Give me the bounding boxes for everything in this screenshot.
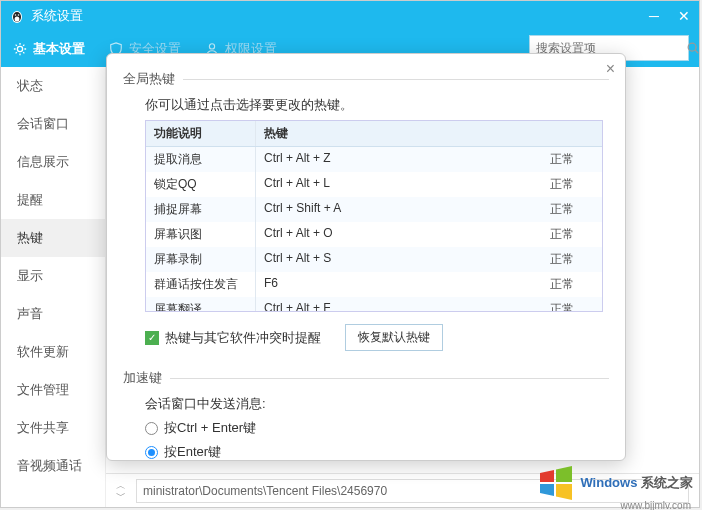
hotkey-table-header: 功能说明 热键 (146, 121, 602, 147)
hotkey-binding[interactable]: Ctrl + Alt + L (256, 172, 542, 197)
svg-line-8 (695, 50, 698, 53)
svg-point-7 (688, 43, 696, 51)
svg-point-6 (209, 44, 214, 49)
hotkey-fn: 锁定QQ (146, 172, 256, 197)
window-title: 系统设置 (31, 7, 639, 25)
sidebar-item-display[interactable]: 显示 (1, 257, 105, 295)
minimize-button[interactable]: ─ (639, 1, 669, 31)
hotkey-row[interactable]: 锁定QQCtrl + Alt + L正常 (146, 172, 602, 197)
section-global-hotkey: 全局热键 (123, 70, 609, 88)
hotkey-table: 功能说明 热键 提取消息Ctrl + Alt + Z正常锁定QQCtrl + A… (145, 120, 603, 312)
radio-enter[interactable]: 按Enter键 (145, 443, 609, 461)
hotkey-status: 正常 (542, 147, 602, 172)
qq-penguin-icon (9, 8, 25, 24)
hotkey-hint: 你可以通过点击选择要更改的热键。 (145, 96, 609, 114)
hotkey-row[interactable]: 捕捉屏幕Ctrl + Shift + A正常 (146, 197, 602, 222)
checkbox-label: 热键与其它软件冲突时提醒 (165, 329, 321, 347)
radio-ctrl-enter[interactable]: 按Ctrl + Enter键 (145, 419, 609, 437)
sidebar-item-hotkey[interactable]: 热键 (1, 219, 105, 257)
hotkey-fn: 屏幕录制 (146, 247, 256, 272)
tab-basic-settings[interactable]: 基本设置 (13, 40, 85, 58)
hotkey-binding[interactable]: Ctrl + Shift + A (256, 197, 542, 222)
sidebar-item-status[interactable]: 状态 (1, 67, 105, 105)
hotkey-fn: 屏幕翻译 (146, 297, 256, 311)
chevron-up-icon[interactable]: ︿ (116, 481, 126, 491)
sidebar-item-reminder[interactable]: 提醒 (1, 181, 105, 219)
radio-icon (145, 422, 158, 435)
dialog-close-button[interactable]: × (606, 60, 615, 78)
close-window-button[interactable]: ✕ (669, 1, 699, 31)
section-title-text: 全局热键 (123, 70, 175, 88)
check-icon: ✓ (145, 331, 159, 345)
hotkey-fn: 提取消息 (146, 147, 256, 172)
sidebar-item-fileshare[interactable]: 文件共享 (1, 409, 105, 447)
sidebar-item-infodisplay[interactable]: 信息展示 (1, 143, 105, 181)
col-header-function: 功能说明 (146, 121, 256, 146)
svg-point-2 (15, 16, 20, 21)
settings-sidebar: 状态 会话窗口 信息展示 提醒 热键 显示 声音 软件更新 文件管理 文件共享 … (1, 67, 106, 507)
sidebar-item-avcall[interactable]: 音视频通话 (1, 447, 105, 485)
radio-icon (145, 446, 158, 459)
hotkey-row[interactable]: 群通话按住发言F6正常 (146, 272, 602, 297)
divider (183, 79, 609, 80)
hotkey-status: 正常 (542, 272, 602, 297)
sidebar-item-sound[interactable]: 声音 (1, 295, 105, 333)
hotkey-status: 正常 (542, 297, 602, 311)
hotkey-fn: 群通话按住发言 (146, 272, 256, 297)
hotkey-binding[interactable]: Ctrl + Alt + F (256, 297, 542, 311)
hotkey-row[interactable]: 屏幕识图Ctrl + Alt + O正常 (146, 222, 602, 247)
radio-label: 按Ctrl + Enter键 (164, 419, 256, 437)
hotkey-row[interactable]: 屏幕录制Ctrl + Alt + S正常 (146, 247, 602, 272)
hotkey-status: 正常 (542, 222, 602, 247)
svg-point-3 (15, 14, 17, 16)
hotkey-binding[interactable]: Ctrl + Alt + O (256, 222, 542, 247)
hotkey-status: 正常 (542, 197, 602, 222)
send-message-label: 会话窗口中发送消息: (145, 395, 609, 413)
restore-default-hotkey-button[interactable]: 恢复默认热键 (345, 324, 443, 351)
search-icon (686, 41, 700, 55)
sidebar-item-filemanage[interactable]: 文件管理 (1, 371, 105, 409)
sidebar-item-update[interactable]: 软件更新 (1, 333, 105, 371)
hotkey-binding[interactable]: F6 (256, 272, 542, 297)
radio-label: 按Enter键 (164, 443, 221, 461)
hotkey-fn: 捕捉屏幕 (146, 197, 256, 222)
sidebar-item-chatwindow[interactable]: 会话窗口 (1, 105, 105, 143)
hotkey-row[interactable]: 屏幕翻译Ctrl + Alt + F正常 (146, 297, 602, 311)
file-path-field[interactable]: ministrator\Documents\Tencent Files\2456… (136, 479, 689, 503)
hotkey-binding[interactable]: Ctrl + Alt + Z (256, 147, 542, 172)
hotkey-status: 正常 (542, 247, 602, 272)
section-accelerator: 加速键 (123, 369, 609, 387)
titlebar: 系统设置 ─ ✕ (1, 1, 699, 31)
svg-point-4 (18, 14, 20, 16)
gear-icon (13, 42, 27, 56)
col-header-status (542, 121, 602, 146)
hotkey-fn: 屏幕识图 (146, 222, 256, 247)
bottom-bar: ︿ ﹀ ministrator\Documents\Tencent Files\… (106, 473, 699, 507)
tab-label: 基本设置 (33, 40, 85, 58)
svg-point-5 (17, 46, 22, 51)
col-header-hotkey: 热键 (256, 121, 542, 146)
conflict-remind-checkbox[interactable]: ✓ 热键与其它软件冲突时提醒 (145, 329, 321, 347)
hotkey-dialog: × 全局热键 你可以通过点击选择要更改的热键。 功能说明 热键 提取消息Ctrl… (106, 53, 626, 461)
hotkey-row[interactable]: 提取消息Ctrl + Alt + Z正常 (146, 147, 602, 172)
chevron-down-icon[interactable]: ﹀ (116, 491, 126, 501)
hotkey-binding[interactable]: Ctrl + Alt + S (256, 247, 542, 272)
section-title-text: 加速键 (123, 369, 162, 387)
divider (170, 378, 609, 379)
hotkey-status: 正常 (542, 172, 602, 197)
scroll-arrows[interactable]: ︿ ﹀ (116, 481, 126, 501)
